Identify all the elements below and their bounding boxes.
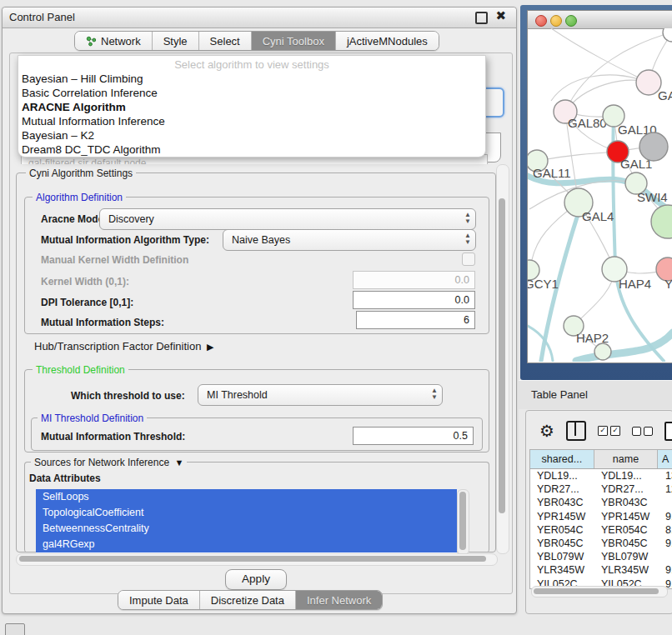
table-row[interactable]: YLR345WYLR345W9. <box>530 563 672 577</box>
hub-definition-toggle[interactable]: Hub/Transcription Factor Definition ▶ <box>34 340 214 352</box>
attributes-scrollbar[interactable] <box>457 489 469 555</box>
table-cell: YBL079W <box>594 550 659 563</box>
attribute-item[interactable]: TopologicalCoefficient <box>36 505 457 521</box>
network-canvas[interactable]: GALGAL80GAL10GAL1GAL11SWI4GAL4GCY1HAP4YH… <box>528 28 672 362</box>
data-attributes-list[interactable]: SelfLoopsTopologicalCoefficientBetweenne… <box>36 489 457 553</box>
minimize-window-icon[interactable] <box>550 15 562 27</box>
settings-horizontal-scrollbar[interactable] <box>16 553 498 566</box>
tab-select[interactable]: Select <box>199 32 252 50</box>
tab-label: Network <box>101 35 141 48</box>
table-row[interactable]: YBR045CYBR045C9. <box>530 537 672 550</box>
node-label: HAP4 <box>619 277 651 291</box>
algorithm-option[interactable]: Bayesian – Hill Climbing <box>18 72 485 86</box>
mi-type-select[interactable]: Naive Bayes ▲▼ <box>223 229 476 251</box>
table-row[interactable]: YBR043CYBR043C <box>530 496 672 509</box>
tab-label: Infer Network <box>307 594 371 607</box>
select-all-checks-icon[interactable]: ✓✓ <box>598 426 620 436</box>
table-row[interactable]: YDR27...YDR27...12 <box>530 482 672 496</box>
table-row[interactable]: YDL19...YDL19...13 <box>530 469 672 482</box>
algorithm-option[interactable]: Bayesian – K2 <box>18 128 485 142</box>
bottom-tab-impute-data[interactable]: Impute Data <box>118 591 200 609</box>
kernel-width-input[interactable]: 0.0 <box>353 271 475 289</box>
dpi-tolerance-input[interactable]: 0.0 <box>353 291 475 309</box>
tab-label: Select <box>210 35 240 48</box>
attribute-item[interactable]: SelfLoops <box>36 489 457 505</box>
network-node[interactable] <box>651 205 672 238</box>
mini-widget[interactable] <box>5 623 25 635</box>
table-cell: YBL079W <box>530 550 594 563</box>
hub-definition-label: Hub/Transcription Factor Definition <box>34 340 201 352</box>
close-window-icon[interactable] <box>535 15 547 27</box>
network-edge[interactable] <box>537 152 618 161</box>
document-icon[interactable] <box>664 422 672 441</box>
attribute-item[interactable]: gal4RGexp <box>36 537 457 552</box>
network-window-titlebar[interactable] <box>528 11 672 29</box>
table-cell: YBR045C <box>594 537 659 550</box>
stepper-icon: ▲▼ <box>464 232 471 246</box>
aracne-mode-select[interactable]: Discovery ▲▼ <box>99 208 476 230</box>
table-row[interactable]: YPR145WYPR145W9. <box>530 510 672 523</box>
which-threshold-value: MI Threshold <box>207 389 268 401</box>
algorithm-dropdown-items: Bayesian – Hill ClimbingBasic Correlatio… <box>18 72 485 157</box>
table-row[interactable]: YBL079WYBL079W <box>530 550 672 563</box>
close-icon[interactable]: ✖ <box>495 10 506 21</box>
bottom-tab-infer-network[interactable]: Infer Network <box>296 591 382 609</box>
network-node[interactable] <box>663 28 672 42</box>
attribute-item[interactable]: BetweennessCentrality <box>36 521 457 537</box>
which-threshold-select[interactable]: MI Threshold ▲▼ <box>198 384 443 406</box>
column-header[interactable]: name <box>594 450 659 468</box>
manual-kernel-checkbox[interactable] <box>462 252 475 266</box>
gear-icon[interactable]: ⚙ <box>539 422 554 439</box>
table-cell: YBR043C <box>594 496 659 509</box>
columns-icon[interactable] <box>566 421 586 441</box>
tab-network[interactable]: Network <box>75 32 153 50</box>
tab-style[interactable]: Style <box>153 32 199 50</box>
tab-cyni-toolbox[interactable]: Cyni Toolbox <box>252 32 336 50</box>
table-hscrollbar-thumb[interactable] <box>534 588 659 594</box>
mi-threshold-group-title: MI Threshold Definition <box>38 412 147 424</box>
cyni-algorithm-settings-title: Cyni Algorithm Settings <box>26 168 136 179</box>
dpi-tolerance-label: DPI Tolerance [0,1]: <box>41 297 133 308</box>
settings-vertical-scrollbar[interactable] <box>496 164 509 554</box>
network-edge[interactable] <box>551 75 649 101</box>
algorithm-option[interactable]: Mutual Information Inference <box>18 114 485 128</box>
node-label: Y <box>664 277 672 291</box>
bottom-tab-discretize-data[interactable]: Discretize Data <box>200 591 296 609</box>
tab-label: Impute Data <box>129 594 188 607</box>
algorithm-option[interactable]: Dream8 DC_TDC Algorithm <box>18 142 485 157</box>
algorithm-option[interactable]: ARACNE Algorithm <box>18 100 485 114</box>
table-row[interactable]: YER054CYER054C8. <box>530 523 672 537</box>
column-header[interactable]: shared... <box>530 450 594 468</box>
algorithm-option[interactable]: Basic Correlation Inference <box>18 86 485 100</box>
network-node[interactable] <box>639 132 668 161</box>
control-panel-title: Control Panel <box>9 11 75 23</box>
network-view-frame[interactable]: GALGAL80GAL10GAL1GAL11SWI4GAL4GCY1HAP4YH… <box>520 5 672 380</box>
control-panel-titlebar[interactable]: Control Panel ✖ <box>3 8 516 28</box>
sources-group-title[interactable]: Sources for Network Inference ▼ <box>31 457 187 468</box>
network-window: GALGAL80GAL10GAL1GAL11SWI4GAL4GCY1HAP4YH… <box>527 10 672 363</box>
settings-scrollbar-thumb[interactable] <box>499 198 505 513</box>
stepper-icon: ▲▼ <box>431 388 438 401</box>
tab-jactivemnodules[interactable]: jActiveMNodules <box>336 32 439 50</box>
float-icon[interactable] <box>475 12 488 24</box>
table-horizontal-scrollbar[interactable] <box>531 586 668 598</box>
tab-label: Cyni Toolbox <box>263 35 324 48</box>
mi-threshold-input[interactable]: 0.5 <box>353 427 474 445</box>
column-header[interactable]: A <box>658 450 672 468</box>
mi-steps-input[interactable]: 6 <box>356 311 475 329</box>
table-cell: YPR145W <box>530 510 594 523</box>
table-cell: 13 <box>659 469 672 482</box>
apply-button[interactable]: Apply <box>225 569 287 590</box>
table-cell: YBR043C <box>530 496 594 509</box>
network-node[interactable] <box>594 343 611 360</box>
settings-hscrollbar-thumb[interactable] <box>19 556 486 562</box>
deselect-all-checks-icon[interactable] <box>632 427 653 436</box>
attributes-scrollbar-thumb[interactable] <box>459 492 466 550</box>
table-body: YDL19...YDL19...13YDR27...YDR27...12YBR0… <box>530 469 672 589</box>
network-edge[interactable] <box>551 28 649 82</box>
table-cell: YPR145W <box>594 510 659 523</box>
mi-threshold-label: Mutual Information Threshold: <box>41 431 185 442</box>
zoom-window-icon[interactable] <box>565 15 577 27</box>
node-label: GAL4 <box>582 209 614 223</box>
table-cell: 9. <box>659 563 672 577</box>
